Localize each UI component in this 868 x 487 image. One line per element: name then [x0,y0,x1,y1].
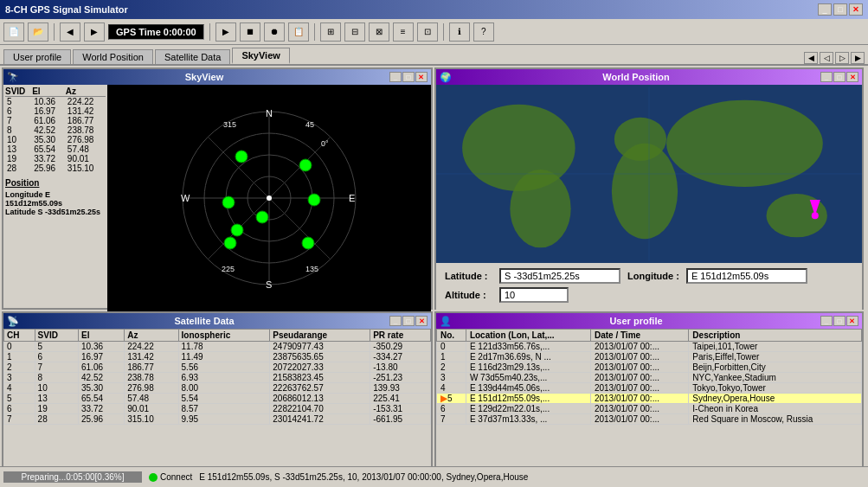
up-loc-cell: E 37d37m13.33s, ... [466,414,590,425]
userprofile-row[interactable]: 1E 2d17m36.69s, N ...2013/01/07 00:...Pa… [437,352,862,362]
worldpos-title-label: World Position [602,72,669,82]
forward-button[interactable]: ▶ [84,22,105,42]
svid-cell: 19 [5,154,32,163]
toolbar-sep-4 [443,23,444,41]
ch-cell: 7 [4,414,35,425]
up-loc-header: Location (Lon, Lat,... [466,330,590,342]
longitude-input[interactable] [686,268,807,284]
satdata-row[interactable]: 51365.5457.485.5420686012.13225.41 [4,394,431,404]
tab-nav-4[interactable]: ▶ [851,52,865,64]
userprofile-row[interactable]: 4E 139d44m45.06s,...2013/01/07 00:...Tok… [437,383,862,394]
satdata-row[interactable]: 1616.97131.4211.4923875635.65-334.27 [4,352,431,362]
latitude-input[interactable] [499,268,620,284]
altitude-row: Altitude : [445,287,807,303]
skyview-row[interactable]: 1365.5457.48 [5,144,106,154]
satdata-close[interactable]: ✕ [415,316,428,326]
stop-button[interactable]: ⏹ [240,22,260,42]
az-cell: 276.98 [66,135,106,144]
ch-cell: 0 [4,342,35,352]
worldpos-title-icon: 🌍 [440,72,452,83]
el-cell-s: 61.06 [78,362,124,373]
worldpos-close[interactable]: ✕ [846,72,858,82]
back-button[interactable]: ◀ [60,22,80,42]
pseudo-cell: 22263762.57 [270,383,370,394]
layout4-button[interactable]: ⊡ [417,22,438,42]
svid-cell: 5 [5,97,32,107]
satdata-maximize[interactable]: □ [402,316,415,326]
userprofile-row[interactable]: ▶5E 151d12m55.09s,...2013/01/07 00:...Sy… [437,394,862,404]
world-map [436,85,862,263]
userprofile-row[interactable]: 0E 121d33m56.76s,...2013/01/07 00:...Tai… [437,342,862,352]
skyview-close[interactable]: ✕ [415,72,428,82]
svg-point-36 [812,212,819,219]
skyview-row[interactable]: 1933.7290.01 [5,154,106,163]
layout-button[interactable]: ⊟ [344,22,365,42]
skyview-row[interactable]: 616.97131.42 [5,106,106,116]
play-button[interactable]: ▶ [215,22,236,42]
userprofile-content: No. Location (Lon, Lat,... Date / Time D… [436,329,862,487]
satdata-row[interactable]: 2761.06186.775.5620722027.33-13.80 [4,362,431,373]
userprofile-maximize[interactable]: □ [833,316,845,326]
layout3-button[interactable]: ≡ [393,22,414,42]
tab-nav-3[interactable]: ▷ [835,52,849,64]
info-button[interactable]: ℹ [449,22,470,42]
latitude-row: Latitude : Longitude : [445,268,807,284]
tab-worldposition[interactable]: World Position [73,49,153,64]
el-cell: 35.30 [32,135,66,144]
up-no-cell: 4 [437,383,466,394]
tab-userprofile[interactable]: User profile [3,49,71,64]
satdata-row[interactable]: 41035.30276.988.0022263762.57139.93 [4,383,431,394]
up-no-cell: 2 [437,362,466,373]
worldpos-maximize[interactable]: □ [833,72,845,82]
svid-cell-s: 7 [35,362,78,373]
az-cell-s: 238.78 [125,373,178,383]
satdata-row[interactable]: 3842.52238.786.9321583823.45-251.23 [4,373,431,383]
new-button[interactable]: 📄 [3,22,24,42]
grid-button[interactable]: ⊞ [320,22,341,42]
az-header-sat: Az [125,330,178,342]
record-button[interactable]: ⏺ [264,22,285,42]
tab-nav-2[interactable]: ◁ [820,52,833,64]
scenario-button[interactable]: 📋 [288,22,309,42]
satdata-minimize[interactable]: _ [389,316,402,326]
satdata-row[interactable]: 72825.96315.109.9523014241.72-661.95 [4,414,431,425]
minimize-button[interactable]: _ [818,3,832,16]
iono-cell: 11.49 [178,352,270,362]
skyview-maximize[interactable]: □ [402,72,415,82]
satdata-row[interactable]: 0510.36224.2211.7824790977.43-350.29 [4,342,431,352]
tab-satellitedata[interactable]: Satellite Data [155,49,230,64]
help-button[interactable]: ? [473,22,494,42]
world-map-svg [436,85,862,263]
userprofile-row[interactable]: 6E 129d22m22.01s,...2013/01/07 00:...I-C… [437,404,862,414]
userprofile-close[interactable]: ✕ [846,316,858,326]
az-cell: 315.10 [66,163,106,173]
tab-nav-1[interactable]: ◀ [804,52,818,64]
svg-point-18 [302,237,314,249]
svid-cell: 7 [5,116,32,125]
close-button[interactable]: ✕ [849,3,863,16]
skyview-row[interactable]: 761.06186.77 [5,116,106,125]
layout2-button[interactable]: ⊠ [369,22,389,42]
tab-skyview[interactable]: SkyView [232,48,289,64]
skyview-row[interactable]: 510.36224.22 [5,97,106,107]
userprofile-table-wrap[interactable]: No. Location (Lon, Lat,... Date / Time D… [436,329,862,487]
skyview-minimize[interactable]: _ [389,72,402,82]
userprofile-row[interactable]: 2E 116d23m29.13s,...2013/01/07 00:...Bei… [437,362,862,373]
az-cell: 90.01 [66,154,106,163]
maximize-button[interactable]: □ [833,3,847,16]
userprofile-minimize[interactable]: _ [820,316,833,326]
skyview-row[interactable]: 842.52238.78 [5,125,106,135]
skyview-row[interactable]: 2825.96315.10 [5,163,106,173]
open-button[interactable]: 📂 [28,22,48,42]
radar-svg: N S W E 45 0° 315 135 225 [174,103,364,293]
status-connect: Connect [149,472,192,482]
skyview-row[interactable]: 1035.30276.98 [5,135,106,144]
worldpos-minimize[interactable]: _ [820,72,833,82]
worldpos-titlebar: 🌍 World Position _ □ ✕ [436,69,862,85]
userprofile-row[interactable]: 3W 73d55m40.23s,...2013/01/07 00:...NYC,… [437,373,862,383]
up-desc-cell: Sydney,Opera,House [689,394,862,404]
userprofile-row[interactable]: 7E 37d37m13.33s, ...2013/01/07 00:...Red… [437,414,862,425]
satdata-row[interactable]: 61933.7290.018.5722822104.70-153.31 [4,404,431,414]
altitude-input[interactable] [499,287,569,303]
satdata-content[interactable]: CH SVID El Az Ionospheric Pseudarange PR… [3,329,431,487]
